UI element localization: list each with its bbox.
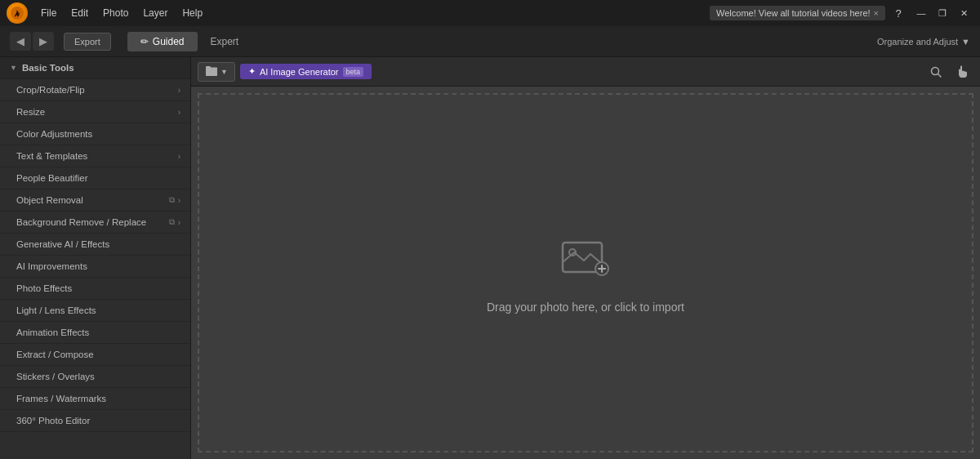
sidebar-item-light-lens-effects[interactable]: Light / Lens Effects [0,300,190,322]
sidebar-item-label: Object Removal [16,195,83,205]
basic-tools-label: Basic Tools [22,63,74,73]
chevron-right-icon: › [178,218,180,227]
main-layout: ▼ Basic Tools Crop/Rotate/Flip › Resize … [0,57,980,459]
import-image-icon [559,233,612,287]
sidebar-item-background-remove[interactable]: Background Remove / Replace ⧉ › [0,212,190,234]
sidebar-item-people-beautifier[interactable]: People Beautifier [0,167,190,189]
sidebar-item-label: 360° Photo Editor [16,416,90,426]
sidebar-item-label: Text & Templates [16,151,87,161]
menu-layer[interactable]: Layer [136,4,174,22]
sidebar-item-label: Animation Effects [16,328,89,337]
basic-tools-header[interactable]: ▼ Basic Tools [0,57,190,79]
sidebar-item-label: Photo Effects [16,283,72,293]
search-canvas-button[interactable] [924,60,947,83]
titlebar: File Edit Photo Layer Help Welcome! View… [0,0,980,26]
maximize-button[interactable]: ❐ [933,3,952,23]
close-button[interactable]: ✕ [954,3,973,23]
menu-file[interactable]: File [34,4,63,22]
sidebar-item-label: AI Improvements [16,261,87,271]
svg-line-2 [938,74,942,77]
ai-sparkle-icon: ✦ [248,66,256,77]
chevron-right-icon: › [178,196,180,205]
expert-mode-button[interactable]: Expert [198,32,252,51]
open-folder-button[interactable]: ▼ [198,62,235,82]
sidebar-item-stickers-overlays[interactable]: Stickers / Overlays [0,366,190,388]
menu-edit[interactable]: Edit [65,4,95,22]
external-link-icon: ⧉ [169,195,175,205]
guided-mode-label: Guided [153,36,185,47]
drop-text: Drag your photo here, or click to import [487,301,684,314]
sidebar-item-animation-effects[interactable]: Animation Effects [0,322,190,344]
chevron-right-icon: › [178,108,180,117]
window-controls: — ❐ ✕ [911,3,973,23]
sidebar-item-text-templates[interactable]: Text & Templates › [0,145,190,167]
ai-label: AI Image Generator [260,67,339,77]
titlebar-right: Welcome! View all tutorial videos here! … [710,3,973,23]
export-button[interactable]: Export [64,33,111,51]
sidebar-item-color-adjustments[interactable]: Color Adjustments [0,123,190,145]
sidebar-item-object-removal[interactable]: Object Removal ⧉ › [0,189,190,212]
expert-mode-label: Expert [211,36,239,47]
sidebar-item-label: Crop/Rotate/Flip [16,85,85,95]
item-right: ⧉ › [169,195,180,205]
canvas-toolbar-right [924,60,973,83]
beta-badge: beta [343,67,364,77]
sidebar-item-label: Color Adjustments [16,129,92,139]
sidebar-item-360-photo-editor[interactable]: 360° Photo Editor [0,410,190,432]
notification-close-button[interactable]: × [874,8,879,18]
organize-adjust-button[interactable]: Organize and Adjust ▼ [877,37,970,47]
mode-switch: ✏ Guided Expert [127,32,252,51]
pencil-icon: ✏ [140,36,149,47]
help-button[interactable]: ? [890,5,906,21]
canvas-main[interactable]: Drag your photo here, or click to import [191,87,980,459]
redo-button[interactable]: ▶ [33,32,54,51]
sidebar-item-photo-effects[interactable]: Photo Effects [0,278,190,300]
folder-icon [205,65,218,78]
chevron-right-icon: › [178,86,180,95]
sidebar-item-ai-improvements[interactable]: AI Improvements [0,256,190,278]
basic-tools-arrow: ▼ [10,64,17,72]
ai-image-generator-button[interactable]: ✦ AI Image Generator beta [240,64,372,79]
sidebar-item-generative-ai[interactable]: Generative AI / Effects [0,234,190,256]
sidebar-item-extract-compose[interactable]: Extract / Compose [0,344,190,366]
folder-dropdown-arrow: ▼ [220,68,228,76]
external-link-icon: ⧉ [169,217,175,227]
minimize-button[interactable]: — [911,3,931,23]
notification-bar: Welcome! View all tutorial videos here! … [710,6,885,20]
notification-text: Welcome! View all tutorial videos here! [716,8,871,18]
chevron-right-icon: › [178,152,180,161]
menu-bar: File Edit Photo Layer Help [34,4,703,22]
drop-zone[interactable]: Drag your photo here, or click to import [487,233,684,314]
canvas-area: ▼ ✦ AI Image Generator beta [191,57,980,459]
sidebar-item-crop-rotate-flip[interactable]: Crop/Rotate/Flip › [0,79,190,101]
app-logo [7,2,28,24]
organize-adjust-label: Organize and Adjust [877,37,958,47]
sidebar-item-label: Frames / Watermarks [16,394,106,403]
modebar: ◀ ▶ Export ✏ Guided Expert Organize and … [0,26,980,57]
sidebar-item-label: People Beautifier [16,173,88,183]
sidebar-item-label: Light / Lens Effects [16,305,96,315]
undo-redo-group: ◀ ▶ [10,32,54,51]
sidebar-item-label: Resize [16,107,45,117]
hand-tool-button[interactable] [951,60,973,83]
sidebar-item-label: Background Remove / Replace [16,217,146,227]
sidebar-item-resize[interactable]: Resize › [0,101,190,123]
sidebar-item-label: Stickers / Overlays [16,372,95,381]
chevron-down-icon: ▼ [961,37,970,47]
undo-button[interactable]: ◀ [10,32,31,51]
sidebar: ▼ Basic Tools Crop/Rotate/Flip › Resize … [0,57,191,459]
guided-mode-button[interactable]: ✏ Guided [127,32,198,51]
sidebar-item-label: Extract / Compose [16,350,94,359]
sidebar-item-frames-watermarks[interactable]: Frames / Watermarks [0,388,190,410]
item-right: ⧉ › [169,217,180,227]
menu-photo[interactable]: Photo [96,4,135,22]
canvas-toolbar: ▼ ✦ AI Image Generator beta [191,57,980,87]
sidebar-item-label: Generative AI / Effects [16,239,109,249]
menu-help[interactable]: Help [176,4,209,22]
